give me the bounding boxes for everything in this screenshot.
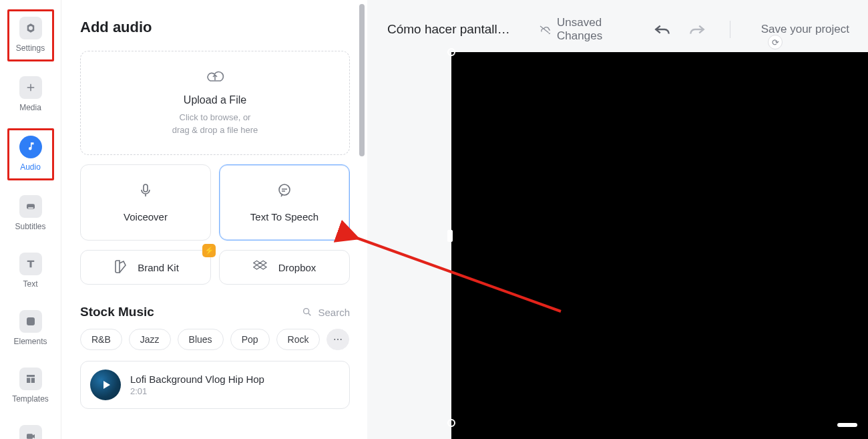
camera-icon <box>19 425 42 439</box>
svg-rect-4 <box>144 184 148 192</box>
nav-item-settings[interactable]: Settings <box>7 9 54 61</box>
brand-kit-button[interactable]: ⚡ Brand Kit <box>80 250 211 285</box>
nav-item-record[interactable] <box>7 420 54 439</box>
dropbox-label: Dropbox <box>278 262 316 273</box>
templates-icon <box>19 368 42 390</box>
audio-side-panel: Add audio Upload a File Click to browse,… <box>61 0 367 439</box>
more-genres-button[interactable]: ⋯ <box>327 329 349 350</box>
elements-icon <box>19 310 42 333</box>
track-title: Lofi Background Vlog Hip Hop <box>130 374 264 385</box>
separator <box>730 21 730 38</box>
svg-point-6 <box>304 309 309 314</box>
nav-label: Elements <box>13 337 47 346</box>
resize-handle-left[interactable] <box>447 230 453 242</box>
brandkit-label: Brand Kit <box>138 262 179 273</box>
nav-label: Media <box>19 103 41 112</box>
resize-handle-bottom-left[interactable] <box>447 419 455 427</box>
upload-sub-line2: drag & drop a file here <box>172 125 258 135</box>
swatch-icon <box>112 259 128 277</box>
unsaved-indicator: Unsaved Changes <box>539 16 628 43</box>
speech-bubble-icon <box>276 182 292 200</box>
voiceover-button[interactable]: Voiceover <box>80 164 211 241</box>
resize-handle-top-left[interactable] <box>447 48 455 56</box>
play-icon[interactable] <box>90 370 121 400</box>
save-project-button[interactable]: Save your project <box>761 23 849 36</box>
cloud-off-icon <box>539 23 550 35</box>
panel-title: Add audio <box>80 19 350 36</box>
svg-point-5 <box>279 184 290 195</box>
search-icon <box>302 307 312 317</box>
settings-icon <box>19 17 42 39</box>
resize-handle-bottom-right[interactable] <box>837 423 857 427</box>
upload-sub-line1: Click to browse, or <box>180 112 251 122</box>
nav-item-text[interactable]: Text <box>7 247 54 295</box>
upload-dropzone[interactable]: Upload a File Click to browse, or drag &… <box>80 51 350 155</box>
text-to-speech-button[interactable]: Text To Speech <box>219 164 350 241</box>
upload-subtitle: Click to browse, or drag & drop a file h… <box>172 112 258 137</box>
cloud-upload-icon <box>205 69 225 88</box>
nav-item-subtitles[interactable]: Subtitles <box>7 190 54 238</box>
stock-music-title: Stock Music <box>80 305 154 319</box>
stock-track-item[interactable]: Lofi Background Vlog Hip Hop 2:01 <box>80 361 350 409</box>
dropbox-icon <box>253 259 269 277</box>
genre-chip-row: R&B Jazz Blues Pop Rock ⋯ <box>80 329 350 350</box>
genre-chip[interactable]: Blues <box>178 329 224 350</box>
subtitles-icon <box>19 195 42 218</box>
svg-rect-3 <box>27 434 33 439</box>
nav-label: Audio <box>20 162 41 172</box>
music-note-icon <box>19 136 42 158</box>
track-duration: 2:01 <box>130 386 264 396</box>
project-title[interactable]: Cómo hacer pantallas final... <box>387 22 512 37</box>
stock-search-button[interactable]: Search <box>302 307 350 318</box>
undo-icon[interactable] <box>654 23 671 36</box>
redo-icon[interactable] <box>688 23 706 36</box>
nav-label: Templates <box>12 394 49 404</box>
panel-scrollbar[interactable] <box>359 4 365 156</box>
voiceover-label: Voiceover <box>124 211 168 223</box>
search-label: Search <box>318 307 350 318</box>
nav-item-templates[interactable]: Templates <box>7 362 54 410</box>
genre-chip[interactable]: R&B <box>80 329 122 350</box>
editor-top-bar: Cómo hacer pantallas final... Unsaved Ch… <box>367 0 868 43</box>
nav-label: Settings <box>16 43 45 53</box>
svg-rect-2 <box>27 317 35 325</box>
svg-rect-1 <box>28 208 33 209</box>
upload-title: Upload a File <box>184 94 246 106</box>
microphone-icon <box>138 182 154 200</box>
nav-label: Text <box>23 279 37 289</box>
nav-label: Subtitles <box>15 222 45 231</box>
text-icon <box>19 253 42 275</box>
tts-label: Text To Speech <box>250 211 318 223</box>
genre-chip[interactable]: Pop <box>230 329 270 350</box>
left-nav-rail: Settings Media Audio Subtitles Text Elem… <box>0 0 61 439</box>
unsaved-label: Unsaved Changes <box>557 16 628 43</box>
video-preview[interactable] <box>451 52 868 439</box>
plus-icon <box>19 76 42 99</box>
dropbox-button[interactable]: Dropbox <box>219 250 350 285</box>
genre-chip[interactable]: Rock <box>276 329 320 350</box>
nav-item-media[interactable]: Media <box>7 71 54 119</box>
canvas-area: Cómo hacer pantallas final... Unsaved Ch… <box>367 0 868 439</box>
bolt-badge-icon: ⚡ <box>202 244 216 257</box>
nav-item-audio[interactable]: Audio <box>7 128 54 180</box>
nav-item-elements[interactable]: Elements <box>7 305 54 353</box>
genre-chip[interactable]: Jazz <box>129 329 171 350</box>
sync-icon[interactable]: ⟳ <box>768 35 783 49</box>
